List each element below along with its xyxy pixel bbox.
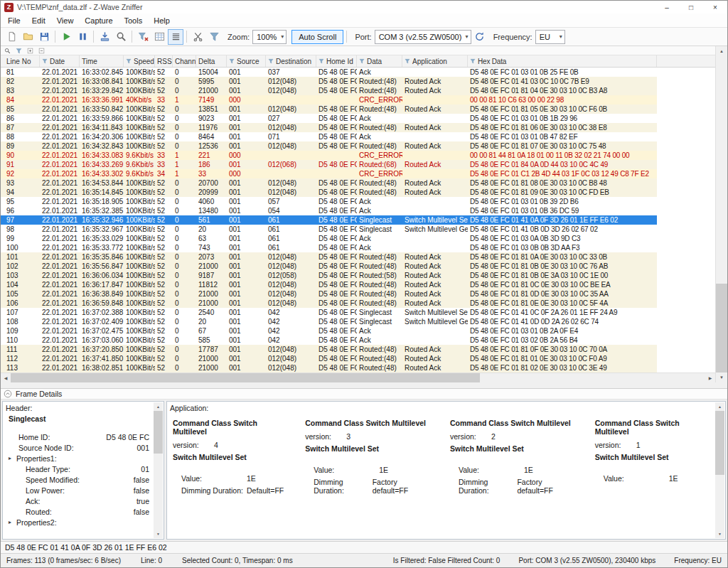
filter-icon[interactable] xyxy=(229,58,235,64)
scroll-up-icon[interactable]: ▲ xyxy=(716,46,727,56)
table-row[interactable]: 11022.01.202116:37:03.060100KBit/s520585… xyxy=(1,336,657,345)
table-row[interactable]: 10822.01.202116:37:02.409100KBit/s520200… xyxy=(1,317,657,326)
column-header-channel[interactable]: Channel xyxy=(173,55,196,67)
grid-view-icon[interactable] xyxy=(151,29,167,45)
scroll-right-icon[interactable]: ▶ xyxy=(705,373,715,382)
horizontal-scroll-track[interactable] xyxy=(11,373,705,382)
column-header-hex-data[interactable]: Hex Data xyxy=(468,55,657,67)
table-row[interactable]: 8122.01.202116:33:02.845100KBit/s5201500… xyxy=(1,68,657,77)
column-header-speed[interactable]: Speed xyxy=(124,55,155,67)
filter-icon[interactable] xyxy=(405,58,410,64)
table-row[interactable]: 10622.01.202116:36:59.848100KBit/s520210… xyxy=(1,299,657,308)
table-row[interactable]: 9222.01.202116:34:33.3029.6Kbit/s3413300… xyxy=(1,169,657,178)
filter-icon[interactable] xyxy=(126,58,132,64)
vertical-scroll-thumb[interactable] xyxy=(716,284,727,373)
scroll-left-icon[interactable]: ◀ xyxy=(1,373,11,382)
refresh-ports-icon[interactable] xyxy=(472,29,488,45)
table-row[interactable]: 8622.01.202116:33:59.866100KBit/s5209023… xyxy=(1,114,657,123)
filter-icon[interactable] xyxy=(206,29,222,45)
filter-icon[interactable] xyxy=(14,47,23,55)
table-row[interactable]: 9722.01.202116:35:32.946100KBit/s5205610… xyxy=(1,215,657,225)
remove-filter-icon[interactable] xyxy=(135,29,151,45)
scroll-down-icon[interactable]: ▼ xyxy=(716,373,727,382)
cut-trace-icon[interactable] xyxy=(190,29,205,45)
column-header-home-id[interactable]: Home Id xyxy=(316,55,357,67)
table-row[interactable]: 10922.01.202116:37:02.475100KBit/s520670… xyxy=(1,326,657,336)
column-header-delta[interactable]: Delta xyxy=(196,55,227,67)
filter-icon[interactable] xyxy=(470,58,476,64)
scroll-thumb[interactable] xyxy=(154,411,163,454)
vertical-scroll-track[interactable] xyxy=(716,56,727,373)
menu-file[interactable]: File xyxy=(2,15,26,26)
column-header-source[interactable]: Source xyxy=(227,55,266,67)
table-row[interactable]: 8322.01.202116:33:29.842100KBit/s5202100… xyxy=(1,86,657,95)
frequency-select[interactable]: EU ▾ xyxy=(535,30,565,44)
menu-edit[interactable]: Edit xyxy=(26,15,51,26)
scroll-up-icon[interactable]: ▲ xyxy=(154,402,163,411)
application-panel-scrollbar[interactable]: ▲ ▼ xyxy=(715,402,724,538)
splitter[interactable] xyxy=(1,382,727,388)
table-row[interactable]: 10722.01.202116:37:02.388100KBit/s520254… xyxy=(1,308,657,317)
scroll-thumb[interactable] xyxy=(715,411,724,475)
header-field-properties1[interactable]: ▸Properties1: xyxy=(3,453,164,463)
maximize-button[interactable]: □ xyxy=(679,1,703,14)
table-row[interactable]: 11222.01.202116:37:41.850100KBit/s520210… xyxy=(1,354,657,363)
table-row[interactable]: 9522.01.202116:35:18.905100KBit/s5204060… xyxy=(1,197,657,206)
collapse-details-icon[interactable] xyxy=(4,390,12,398)
expander-icon[interactable]: ▸ xyxy=(9,455,16,461)
column-header-time[interactable]: Time xyxy=(80,55,124,67)
table-row[interactable]: 10222.01.202116:35:56.847100KBit/s520210… xyxy=(1,262,657,271)
collapse-all-icon[interactable] xyxy=(36,47,46,55)
new-capture-icon[interactable] xyxy=(4,29,19,45)
filter-icon[interactable] xyxy=(268,58,274,64)
search-icon[interactable] xyxy=(2,47,12,55)
auto-scroll-button[interactable]: Auto Scroll xyxy=(291,30,343,44)
filter-icon[interactable] xyxy=(359,58,365,64)
table-row[interactable]: 8822.01.202116:34:20.306100KBit/s5208464… xyxy=(1,132,657,141)
header-panel-scrollbar[interactable]: ▲ ▼ xyxy=(154,402,163,538)
save-file-icon[interactable] xyxy=(36,29,52,45)
scroll-down-icon[interactable]: ▼ xyxy=(715,530,724,538)
export-frames-icon[interactable] xyxy=(97,29,112,45)
table-row[interactable]: 8222.01.202116:33:08.841100KBit/s5205995… xyxy=(1,77,657,86)
table-row[interactable]: 9622.01.202116:35:32.385100KBit/s5201348… xyxy=(1,206,657,215)
column-header-date[interactable]: Date xyxy=(40,55,80,67)
filter-icon[interactable] xyxy=(318,58,324,64)
find-frame-icon[interactable] xyxy=(113,29,129,45)
table-row[interactable]: 11322.01.202116:38:02.851100KBit/s520210… xyxy=(1,363,657,373)
menu-capture[interactable]: Capture xyxy=(79,15,118,26)
table-row[interactable]: 10522.01.202116:36:38.849100KBit/s520210… xyxy=(1,289,657,299)
expand-all-icon[interactable] xyxy=(25,47,35,55)
menu-help[interactable]: Help xyxy=(148,15,176,26)
table-row[interactable]: 9122.01.202116:34:33.2699.6Kbit/s3311860… xyxy=(1,160,657,169)
table-row[interactable]: 9322.01.202116:34:53.844100KBit/s5202070… xyxy=(1,178,657,188)
table-row[interactable]: 9922.01.202116:35:33.029100KBit/s5206300… xyxy=(1,234,657,243)
minimize-button[interactable]: – xyxy=(655,1,679,14)
horizontal-scroll-thumb[interactable] xyxy=(11,373,480,382)
header-field-properties2[interactable]: ▸Properties2: xyxy=(3,517,164,527)
column-header-destination[interactable]: Destination xyxy=(266,55,316,67)
table-vertical-scrollbar[interactable]: ▲ ▼ xyxy=(715,46,727,382)
menu-view[interactable]: View xyxy=(51,15,80,26)
expander-icon[interactable]: ▸ xyxy=(9,519,16,525)
column-header-rssi[interactable]: RSSI xyxy=(155,55,173,67)
scroll-up-icon[interactable]: ▲ xyxy=(715,402,724,411)
table-row[interactable]: 10422.01.202116:36:17.847100KBit/s520118… xyxy=(1,280,657,289)
start-capture-icon[interactable] xyxy=(58,29,74,45)
column-header-data[interactable]: Data xyxy=(357,55,402,67)
open-file-icon[interactable] xyxy=(20,29,36,45)
table-row[interactable]: 11122.01.202116:37:20.850100KBit/s520177… xyxy=(1,345,657,354)
column-header-application[interactable]: Application xyxy=(402,55,468,67)
column-header-line-no[interactable]: Line No xyxy=(1,55,40,67)
table-row[interactable]: 9422.01.202116:35:14.845100KBit/s5202099… xyxy=(1,188,657,197)
table-row[interactable]: 10122.01.202116:35:35.846100KBit/s520207… xyxy=(1,252,657,262)
filter-icon[interactable] xyxy=(42,58,48,64)
table-horizontal-scrollbar[interactable]: ◀ ▶ xyxy=(1,373,715,382)
table-row[interactable]: 9822.01.202116:35:32.967100KBit/s5202000… xyxy=(1,225,657,234)
table-row[interactable]: 8922.01.202116:34:32.843100KBit/s5201253… xyxy=(1,141,657,151)
table-row[interactable]: 8522.01.202116:33:50.842100KBit/s5201385… xyxy=(1,105,657,114)
table-row[interactable]: 10022.01.202116:35:33.772100KBit/s520743… xyxy=(1,243,657,252)
port-select[interactable]: COM 3 (v2.55 ZW0500) ▾ xyxy=(375,30,471,44)
table-row[interactable]: 10322.01.202116:36:06.034100KBit/s520918… xyxy=(1,271,657,280)
menu-tools[interactable]: Tools xyxy=(119,15,149,26)
